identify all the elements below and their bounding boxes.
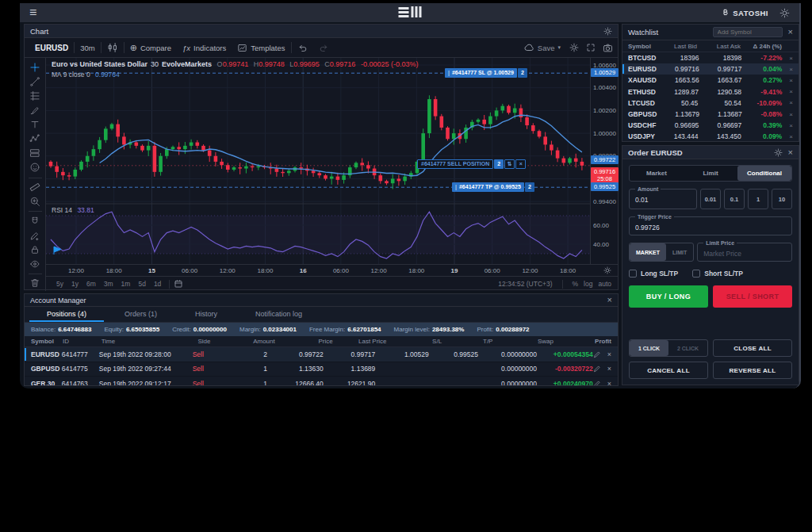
remove-symbol-icon[interactable]: × — [782, 55, 793, 62]
log-scale-button[interactable]: log — [584, 280, 592, 288]
modify-position-icon[interactable]: ⇅ — [504, 159, 515, 169]
text-tool-icon[interactable] — [28, 118, 42, 132]
compare-button[interactable]: ⊕Compare — [124, 38, 177, 57]
watchlist-row-EURUSD[interactable]: EURUSD0.997160.997170.04%× — [622, 63, 799, 75]
reverse-all-button[interactable]: REVERSE ALL — [713, 362, 792, 379]
remove-symbol-icon[interactable]: × — [782, 122, 793, 129]
order-tab-limit[interactable]: Limit — [684, 166, 737, 181]
order-tab-market[interactable]: Market — [630, 166, 684, 181]
range-button-6m[interactable]: 6m — [82, 280, 100, 288]
close-position-icon[interactable]: × — [607, 350, 611, 358]
account-manager-close-icon[interactable]: × — [607, 295, 612, 304]
amount-input[interactable] — [635, 196, 691, 204]
zoom-tool-icon[interactable] — [28, 194, 42, 208]
watchlist-row-XAUUSD[interactable]: XAUUSD1663.561663.670.27%× — [622, 75, 799, 86]
screenshot-camera-icon[interactable] — [603, 43, 613, 53]
indicators-button[interactable]: ƒxIndicators — [177, 38, 232, 57]
edit-position-icon[interactable] — [593, 380, 601, 386]
watchlist-close-icon[interactable]: × — [788, 28, 793, 36]
time-axis[interactable]: 12:0018:001506:0012:0018:001606:0012:001… — [46, 264, 618, 276]
range-button-1y[interactable]: 1y — [67, 280, 82, 288]
exec-mode-limit[interactable]: LIMIT — [666, 243, 693, 261]
remove-symbol-icon[interactable]: × — [782, 133, 793, 140]
close-position-icon[interactable]: × — [607, 380, 611, 386]
add-symbol-input[interactable] — [713, 27, 783, 37]
close-all-button[interactable]: CLOSE ALL — [713, 339, 792, 357]
amount-preset-1[interactable]: 1 — [748, 189, 768, 209]
watchlist-row-USDJPY[interactable]: USDJPY143.444143.4500.09%× — [622, 131, 799, 142]
click-mode-1-click[interactable]: 1 CLICK — [630, 340, 668, 356]
account-tab-history[interactable]: History — [178, 307, 235, 322]
interval-button[interactable]: 30m — [75, 38, 100, 57]
range-button-3m[interactable]: 3m — [100, 280, 117, 288]
edit-position-icon[interactable] — [593, 350, 601, 358]
range-button-5y[interactable]: 5y — [52, 280, 67, 288]
axis-settings-gear-icon[interactable] — [603, 266, 611, 274]
cancel-all-button[interactable]: CANCEL ALL — [629, 362, 708, 379]
watchlist-row-GBPUSD[interactable]: GBPUSD1.136791.13687-0.08%× — [622, 109, 799, 120]
position-row-GER.30[interactable]: GER.306414763Sep 19th 2022 09:12:17Sell1… — [25, 377, 618, 386]
undo-button[interactable] — [292, 38, 313, 57]
order-settings-gear-icon[interactable] — [774, 148, 783, 157]
trendline-tool-icon[interactable] — [28, 75, 42, 89]
trash-tool-icon[interactable] — [28, 277, 42, 290]
exec-mode-market[interactable]: MARKET — [630, 243, 666, 261]
sell-position-line-label[interactable]: #6414777 SELL POSITION 2 ⇅ × — [417, 159, 526, 169]
crosshair-tool-icon[interactable] — [28, 61, 42, 75]
range-button-5d[interactable]: 5d — [134, 280, 149, 288]
remove-symbol-icon[interactable]: × — [782, 99, 793, 106]
range-button-1d[interactable]: 1d — [150, 280, 165, 288]
limit-price-input[interactable] — [703, 250, 786, 258]
templates-button[interactable]: Templates — [232, 38, 290, 57]
edit-position-icon[interactable] — [593, 365, 601, 373]
watchlist-row-ETHUSD[interactable]: ETHUSD1289.871290.58-9.41%× — [622, 86, 799, 98]
order-tab-conditional[interactable]: Conditional — [737, 166, 791, 181]
settings-gear-icon[interactable] — [779, 8, 790, 18]
buy-long-button[interactable]: BUY / LONG — [629, 285, 708, 308]
goto-date-calendar-icon[interactable] — [174, 279, 183, 289]
account-tab-positions-4-[interactable]: Positions (4) — [29, 307, 104, 322]
trigger-price-input[interactable] — [635, 224, 786, 232]
ruler-tool-icon[interactable] — [28, 180, 42, 193]
fullscreen-icon[interactable] — [586, 43, 596, 52]
remove-symbol-icon[interactable]: × — [782, 111, 793, 118]
auto-scale-button[interactable]: auto — [598, 280, 611, 288]
watchlist-row-USDCHF[interactable]: USDCHF0.966950.966970.39%× — [622, 120, 799, 131]
watchlist-row-LTCUSD[interactable]: LTCUSD50.4550.54-10.09%× — [622, 98, 799, 109]
remove-symbol-icon[interactable]: × — [782, 88, 793, 95]
chart-settings-gear-icon[interactable] — [603, 27, 612, 36]
amount-field[interactable]: Amount — [629, 189, 697, 209]
remove-symbol-icon[interactable]: × — [782, 77, 793, 84]
click-mode-2-click[interactable]: 2 CLICK — [668, 340, 707, 356]
draw-lock-tool-icon[interactable] — [28, 228, 42, 242]
position-tool-icon[interactable] — [28, 147, 42, 160]
emoji-tool-icon[interactable] — [28, 161, 42, 174]
order-panel-close-icon[interactable]: × — [788, 148, 793, 157]
remove-symbol-icon[interactable]: × — [782, 66, 793, 73]
short-sltp-checkbox[interactable]: Short SL/TP — [692, 270, 743, 277]
account-tab-orders-1-[interactable]: Orders (1) — [107, 307, 174, 322]
position-row-EURUSD[interactable]: EURUSD6414777Sep 19th 2022 09:28:00Sell2… — [25, 347, 618, 362]
pattern-tool-icon[interactable] — [28, 132, 42, 146]
account-tab-notification-log[interactable]: Notification log — [238, 307, 320, 322]
stop-loss-line-label[interactable]: |#6414777 SL @ 1.00529 2 — [445, 68, 527, 78]
limit-price-field[interactable]: Limit Price — [697, 243, 792, 262]
trigger-price-field[interactable]: Trigger Price — [629, 216, 792, 235]
chart-properties-gear-icon[interactable] — [569, 43, 579, 52]
candle-style-button[interactable] — [102, 38, 124, 57]
take-profit-line-label[interactable]: |#6414777 TP @ 0.99525 2 — [452, 182, 534, 192]
chart-canvas[interactable]: Euro vs United States Dollar30EvolveMark… — [46, 58, 590, 264]
magnet-tool-icon[interactable] — [28, 214, 42, 228]
brush-tool-icon[interactable] — [28, 104, 42, 117]
amount-preset-10[interactable]: 10 — [772, 189, 792, 209]
eye-tool-icon[interactable] — [28, 257, 42, 270]
menu-icon[interactable]: ≡ — [29, 6, 36, 19]
range-button-1m[interactable]: 1m — [117, 280, 135, 288]
close-position-icon[interactable]: × — [607, 365, 611, 373]
redo-button[interactable] — [313, 38, 335, 57]
watchlist-row-BTCUSD[interactable]: BTCUSD1839618398-7.22%× — [622, 52, 799, 63]
amount-preset-0.01[interactable]: 0.01 — [700, 189, 721, 209]
position-row-GBPUSD[interactable]: GBPUSD6414775Sep 19th 2022 09:27:44Sell1… — [25, 362, 618, 377]
symbol-search-button[interactable]: EURUSD — [29, 38, 74, 57]
amount-preset-0.1[interactable]: 0.1 — [724, 189, 745, 209]
